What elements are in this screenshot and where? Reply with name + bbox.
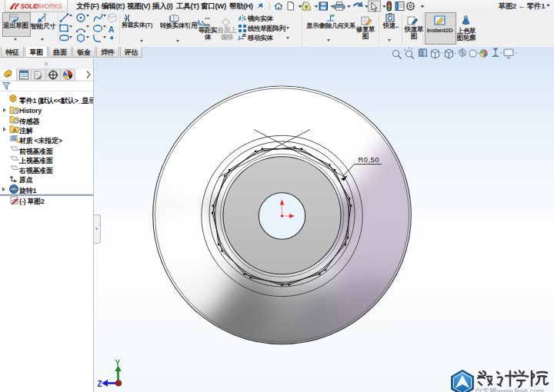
svg-text:WORKS: WORKS [39,3,63,10]
svg-text:SOLID: SOLID [21,3,39,10]
svg-text:Z: Z [98,380,102,388]
svg-text:Y: Y [115,359,121,367]
svg-text:R0,50: R0,50 [359,156,380,164]
svg-text:自学网www.fke6.com: 自学网www.fke6.com [475,387,544,392]
svg-text:A: A [13,127,17,134]
svg-text:A: A [108,25,114,34]
